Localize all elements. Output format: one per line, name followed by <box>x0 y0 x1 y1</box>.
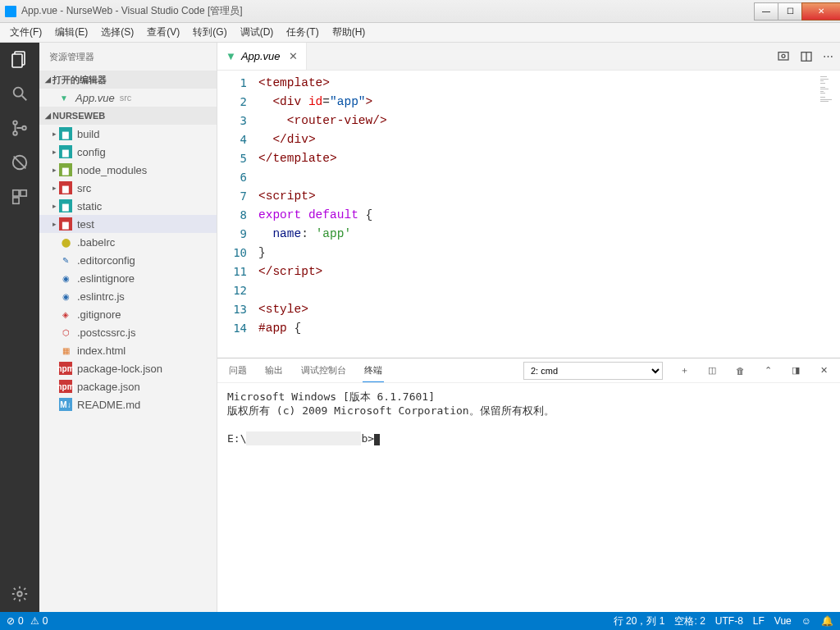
folder-label: config <box>77 146 106 158</box>
project-label: NURSEWEB <box>52 111 105 121</box>
git-icon[interactable] <box>10 118 30 138</box>
terminal[interactable]: Microsoft Windows [版本 6.1.7601] 版权所有 (c)… <box>217 383 840 612</box>
status-errors[interactable]: ⊘ 0 <box>7 615 24 627</box>
file-.eslintignore[interactable]: ◉.eslintignore <box>39 269 217 287</box>
editor-body[interactable]: 1234567891011121314 <template> <div id="… <box>217 71 840 358</box>
activity-bar <box>0 43 39 612</box>
maximize-panel-icon[interactable]: ◨ <box>789 365 802 376</box>
menu-view[interactable]: 查看(V) <box>140 24 186 41</box>
minimize-button[interactable]: — <box>754 2 778 21</box>
open-editor-name: App.vue <box>75 92 115 104</box>
close-button[interactable]: ✕ <box>801 2 840 21</box>
new-terminal-icon[interactable]: ＋ <box>678 364 691 377</box>
status-language[interactable]: Vue <box>774 615 792 627</box>
debug-icon[interactable] <box>10 153 30 172</box>
menu-file[interactable]: 文件(F) <box>3 24 48 41</box>
status-warnings[interactable]: ⚠ 0 <box>30 615 48 627</box>
folder-src[interactable]: ▸▆src <box>39 179 217 197</box>
folder-icon: ▆ <box>59 217 72 231</box>
file-icon: ⬤ <box>59 235 72 249</box>
line-numbers: 1234567891011121314 <box>217 71 258 358</box>
status-bell-icon[interactable]: 🔔 <box>821 615 833 627</box>
kill-terminal-icon[interactable]: 🗑 <box>733 366 746 376</box>
folder-label: static <box>77 200 102 212</box>
file-.gitignore[interactable]: ◈.gitignore <box>39 305 217 323</box>
statusbar: ⊘ 0 ⚠ 0 行 20，列 1 空格: 2 UTF-8 LF Vue ☺ 🔔 <box>0 612 840 630</box>
folder-config[interactable]: ▸▆config <box>39 143 217 161</box>
terminal-redacted: ████ <box>246 431 361 445</box>
vue-icon: ▼ <box>226 50 236 62</box>
terminal-line: Microsoft Windows [版本 6.1.7601] <box>227 390 435 403</box>
menu-tasks[interactable]: 任务(T) <box>280 24 325 41</box>
status-feedback-icon[interactable]: ☺ <box>801 615 811 627</box>
terminal-select[interactable]: 2: cmd <box>523 362 663 380</box>
more-icon[interactable]: ⋯ <box>823 50 833 62</box>
extensions-icon[interactable] <box>10 187 30 207</box>
panel-up-icon[interactable]: ⌃ <box>761 365 774 376</box>
file-package-lock.json[interactable]: npmpackage-lock.json <box>39 359 217 377</box>
panel-tab-terminal[interactable]: 终端 <box>363 359 384 382</box>
folder-build[interactable]: ▸▆build <box>39 125 217 143</box>
panel-tab-output[interactable]: 输出 <box>263 359 285 381</box>
code-content[interactable]: <template> <div id="app"> <router-view/>… <box>258 71 781 358</box>
tab-app-vue[interactable]: ▼ App.vue ✕ <box>217 43 307 70</box>
file-label: .editorconfig <box>77 254 135 267</box>
split-terminal-icon[interactable]: ◫ <box>705 365 719 376</box>
menu-go[interactable]: 转到(G) <box>186 24 233 41</box>
menu-debug[interactable]: 调试(D) <box>234 24 281 41</box>
panel-tab-problems[interactable]: 问题 <box>227 359 249 381</box>
settings-icon[interactable] <box>10 584 30 604</box>
open-editors-header[interactable]: ◢打开的编辑器 <box>39 71 217 89</box>
menu-edit[interactable]: 编辑(E) <box>48 24 94 41</box>
terminal-prompt-tail: b> <box>361 432 374 445</box>
svg-point-14 <box>782 54 785 57</box>
file-icon: npm <box>59 362 72 375</box>
svg-point-2 <box>14 88 23 97</box>
split-icon[interactable] <box>800 50 813 63</box>
file-index.html[interactable]: ▦index.html <box>39 341 217 359</box>
file-label: package.json <box>77 381 140 393</box>
menu-help[interactable]: 帮助(H) <box>326 24 372 41</box>
file-.eslintrc.js[interactable]: ◉.eslintrc.js <box>39 287 217 305</box>
folder-label: node_modules <box>77 164 147 176</box>
status-eol[interactable]: LF <box>753 615 765 627</box>
panel-tabs: 问题 输出 调试控制台 终端 2: cmd ＋ ◫ 🗑 ⌃ ◨ ✕ <box>217 358 840 383</box>
file-README.md[interactable]: M↓README.md <box>39 395 217 413</box>
tab-close-icon[interactable]: ✕ <box>289 50 298 62</box>
status-encoding[interactable]: UTF-8 <box>715 615 743 627</box>
folder-icon: ▆ <box>59 181 72 194</box>
svg-line-8 <box>14 157 26 169</box>
file-.babelrc[interactable]: ⬤.babelrc <box>39 233 217 251</box>
svg-line-3 <box>22 96 27 101</box>
editor-tabs: ▼ App.vue ✕ ⋯ <box>217 43 840 71</box>
file-label: .babelrc <box>77 236 115 249</box>
panel-tab-debug[interactable]: 调试控制台 <box>299 359 348 381</box>
main-area: 资源管理器 ◢打开的编辑器 ▼ App.vue src ◢NURSEWEB ▸▆… <box>0 43 840 612</box>
folder-test[interactable]: ▸▆test <box>39 215 217 233</box>
open-editor-item[interactable]: ▼ App.vue src <box>39 89 217 107</box>
folder-label: src <box>77 182 91 194</box>
search-icon[interactable] <box>10 84 30 103</box>
terminal-prompt: E:\ <box>227 432 246 445</box>
project-header[interactable]: ◢NURSEWEB <box>39 107 217 125</box>
folder-static[interactable]: ▸▆static <box>39 197 217 215</box>
folder-node_modules[interactable]: ▸▆node_modules <box>39 161 217 179</box>
svg-rect-10 <box>21 190 26 196</box>
window-title: App.vue - NurseWeb - Visual Studio Code … <box>21 4 243 18</box>
explorer-icon[interactable] <box>10 49 30 69</box>
terminal-line: 版权所有 (c) 2009 Microsoft Corporation。保留所有… <box>227 404 555 417</box>
svg-rect-1 <box>12 54 22 67</box>
minimap[interactable]: ▬▬▬▬▬▬▬▬▬▬▬▬▬▬▬▬▬▬▬▬▬▬▬▬▬▬▬▬▬▬▬▬▬▬▬▬▬▬▬▬… <box>781 71 840 358</box>
maximize-button[interactable]: ☐ <box>778 2 802 21</box>
svg-rect-13 <box>778 52 788 59</box>
close-panel-icon[interactable]: ✕ <box>817 365 830 376</box>
file-.editorconfig[interactable]: ✎.editorconfig <box>39 251 217 269</box>
menu-selection[interactable]: 选择(S) <box>94 24 140 41</box>
file-package.json[interactable]: npmpackage.json <box>39 377 217 395</box>
status-spaces[interactable]: 空格: 2 <box>674 614 705 628</box>
preview-icon[interactable] <box>777 50 790 63</box>
file-icon: ▦ <box>59 344 72 357</box>
vue-icon: ▼ <box>57 91 71 104</box>
status-ln-col[interactable]: 行 20，列 1 <box>614 614 665 628</box>
file-.postcssrc.js[interactable]: ⬡.postcssrc.js <box>39 323 217 341</box>
